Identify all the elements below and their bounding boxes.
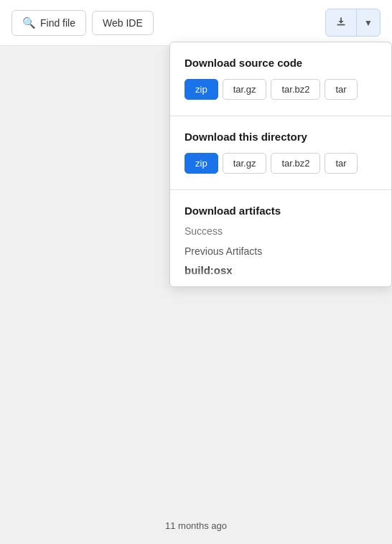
artifacts-status-label: Success bbox=[185, 225, 377, 237]
find-file-button[interactable]: 🔍 Find file bbox=[11, 10, 86, 36]
dir-targz-button[interactable]: tar.gz bbox=[223, 153, 267, 174]
dir-tar-button[interactable]: tar bbox=[325, 153, 357, 174]
download-dropdown-button[interactable]: ▼ bbox=[325, 9, 381, 37]
download-directory-section: Download this directory zip tar.gz tar.b… bbox=[170, 116, 391, 190]
page-timestamp: 11 months ago bbox=[165, 520, 227, 531]
directory-formats: zip tar.gz tar.bz2 tar bbox=[185, 153, 377, 174]
web-ide-label: Web IDE bbox=[103, 17, 143, 29]
dir-tarbz2-button[interactable]: tar.bz2 bbox=[271, 153, 320, 174]
this-directory-title: Download this directory bbox=[185, 131, 377, 143]
source-tar-button[interactable]: tar bbox=[325, 79, 357, 100]
web-ide-button[interactable]: Web IDE bbox=[92, 11, 154, 35]
toolbar: 🔍 Find file Web IDE ▼ bbox=[0, 0, 392, 46]
artifact-build-osx[interactable]: build:osx bbox=[185, 260, 377, 279]
source-code-title: Download source code bbox=[185, 57, 377, 69]
download-dropdown-panel: Download source code zip tar.gz tar.bz2 … bbox=[169, 42, 392, 287]
source-targz-button[interactable]: tar.gz bbox=[223, 79, 267, 100]
source-code-formats: zip tar.gz tar.bz2 tar bbox=[185, 79, 377, 100]
source-zip-button[interactable]: zip bbox=[185, 79, 218, 100]
download-source-section: Download source code zip tar.gz tar.bz2 … bbox=[170, 42, 391, 116]
previous-artifacts-link[interactable]: Previous Artifacts bbox=[185, 243, 377, 260]
download-icon bbox=[326, 9, 357, 36]
source-tarbz2-button[interactable]: tar.bz2 bbox=[271, 79, 320, 100]
artifacts-title: Download artifacts bbox=[185, 205, 377, 217]
dir-zip-button[interactable]: zip bbox=[185, 153, 218, 174]
find-file-label: Find file bbox=[40, 17, 75, 29]
search-icon: 🔍 bbox=[22, 17, 36, 29]
chevron-down-icon: ▼ bbox=[357, 12, 380, 34]
download-artifacts-section: Download artifacts Success Previous Arti… bbox=[170, 190, 391, 286]
